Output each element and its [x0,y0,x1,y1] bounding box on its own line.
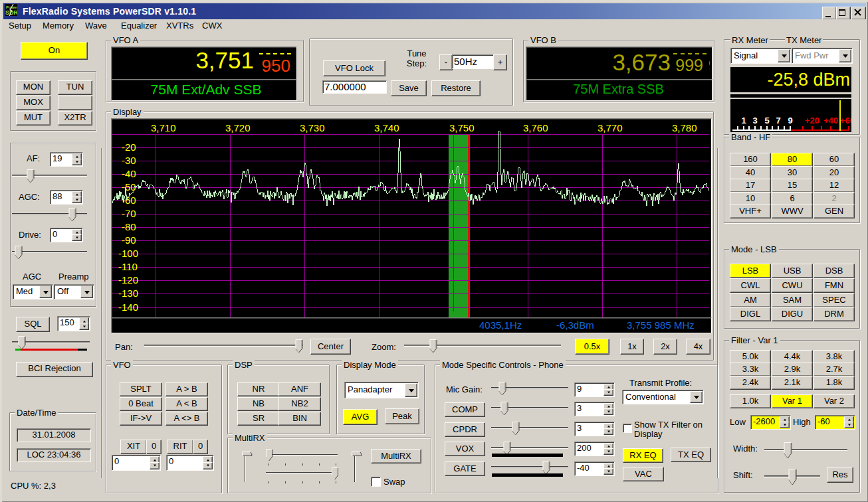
svg-text:-20: -20 [122,141,136,153]
svg-text:9: 9 [788,116,792,126]
svg-text:3,780: 3,780 [672,122,697,133]
svg-text:1: 1 [741,116,746,126]
svg-text:3,750: 3,750 [449,122,475,133]
svg-text:-70: -70 [122,208,136,219]
svg-text:-120: -120 [118,274,138,286]
svg-text:3: 3 [752,116,757,126]
svg-text:-140: -140 [118,301,138,313]
svg-text:+40: +40 [823,116,838,126]
svg-text:-90: -90 [122,234,136,246]
svg-text:+60: +60 [840,116,851,126]
svg-text:-130: -130 [118,288,138,299]
svg-text:5: 5 [764,116,769,126]
svg-text:-110: -110 [118,261,138,272]
svg-text:-100: -100 [118,248,138,259]
svg-text:-80: -80 [122,221,136,232]
svg-text:3,710: 3,710 [151,122,176,133]
svg-text:3,730: 3,730 [300,122,325,133]
svg-text:3,720: 3,720 [225,122,251,133]
svg-text:3,760: 3,760 [523,122,548,133]
svg-text:3,770: 3,770 [597,122,623,133]
svg-text:+20: +20 [805,116,819,126]
svg-text:-40: -40 [122,168,136,179]
svg-text:3,740: 3,740 [374,122,399,133]
svg-text:-30: -30 [122,155,136,166]
svg-text:7: 7 [776,116,780,126]
